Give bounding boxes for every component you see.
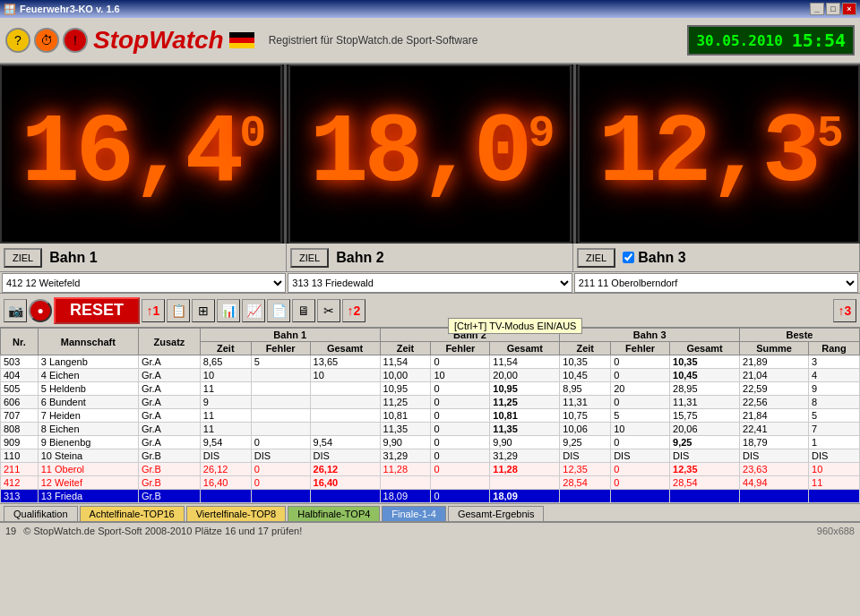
scissors-icon[interactable]: ✂	[317, 299, 340, 322]
close-button[interactable]: ×	[842, 3, 856, 15]
table-cell: DIS	[200, 449, 251, 463]
table-cell	[251, 382, 310, 396]
score-panel-bahn2: 18,09	[288, 64, 571, 244]
table-row[interactable]: 8088 EichenGr.A1111,35011,3510,061020,06…	[1, 423, 860, 436]
table-cell	[431, 476, 490, 490]
table-cell	[251, 396, 310, 409]
table-cell: 9	[200, 396, 251, 409]
col-header-beste: Beste	[740, 329, 860, 342]
table-cell: 5	[611, 409, 670, 423]
table-cell: 12,35	[560, 463, 611, 476]
table-cell: Gr.A	[138, 436, 200, 449]
table-row[interactable]: 21111 OberolGr.B26,12026,1211,28011,2812…	[1, 463, 860, 476]
tab-achtelfinale[interactable]: Achtelfinale-TOP16	[80, 506, 185, 521]
table-cell: 0	[611, 463, 670, 476]
ziel-button-1[interactable]: ZIEL	[4, 248, 42, 268]
table-cell	[310, 490, 380, 503]
doc-icon[interactable]: 📄	[267, 299, 290, 322]
table-cell: 606	[1, 396, 39, 409]
table-row[interactable]: 11010 SteinaGr.BDISDISDIS31,29031,29DISD…	[1, 449, 860, 463]
table-row[interactable]: 5033 LangenbGr.A8,65513,6511,54011,5410,…	[1, 355, 860, 369]
table-cell: 0	[431, 396, 490, 409]
table-row[interactable]: 41212 WeitefGr.B16,40016,4028,54028,5444…	[1, 476, 860, 490]
help-icon[interactable]: ?	[5, 28, 30, 53]
tab-viertelfinale[interactable]: Viertelfinale-TOP8	[186, 506, 286, 521]
table-cell: 22,41	[740, 423, 809, 436]
table-cell: 11,35	[380, 423, 431, 436]
table-cell: 0	[251, 463, 310, 476]
table-cell	[251, 409, 310, 423]
table-cell: 412	[1, 476, 39, 490]
photo-icon[interactable]: 📷	[4, 299, 27, 322]
warning-icon[interactable]: !	[63, 28, 88, 53]
table-row[interactable]: 4044 EichenGr.A101010,001020,0010,45010,…	[1, 369, 860, 382]
status-left: 19	[5, 526, 16, 536]
table-cell: Gr.A	[138, 369, 200, 382]
table-cell	[310, 409, 380, 423]
table-cell: 13 Frieda	[38, 490, 138, 503]
table-cell: 6 Bundent	[38, 396, 138, 409]
table-cell: 211	[1, 463, 39, 476]
clock-icon[interactable]: ⏱	[34, 28, 59, 53]
table-cell: Gr.B	[138, 476, 200, 490]
ziel-button-3[interactable]: ZIEL	[577, 248, 615, 268]
table-cell	[380, 476, 431, 490]
bahn1-dropdown[interactable]: 412 12 Weitefeld	[2, 273, 286, 293]
table-cell: 707	[1, 409, 39, 423]
tabs-bar: Qualifikation Achtelfinale-TOP16 Viertel…	[0, 503, 860, 521]
table-row[interactable]: 9099 BienenbgGr.A9,5409,549,9009,909,250…	[1, 436, 860, 449]
bahn3-dropdown[interactable]: 211 11 Oberolberndorf	[574, 273, 858, 293]
grid-icon[interactable]: ⊞	[192, 299, 215, 322]
table-icon[interactable]: 📊	[217, 299, 240, 322]
table-cell: 10	[431, 369, 490, 382]
score-panel-bahn1: 16,40	[0, 64, 282, 244]
score-bahn2: 18,09	[309, 105, 550, 203]
col-header-nr: Nr.	[1, 329, 39, 355]
table-cell: 11,54	[490, 355, 560, 369]
table-cell: 12 Weitef	[38, 476, 138, 490]
arrow-up-2-icon[interactable]: ↑2	[342, 299, 366, 322]
col-gesamt-1: Gesamt	[310, 342, 380, 355]
tab-gesamt[interactable]: Gesamt-Ergebnis	[448, 506, 545, 521]
minimize-button[interactable]: _	[810, 3, 824, 15]
table-cell: 10	[809, 463, 860, 476]
table-row[interactable]: 31313 FriedaGr.B18,09018,09	[1, 490, 860, 503]
table-cell: DIS	[670, 449, 740, 463]
tab-finale[interactable]: Finale-1-4	[382, 506, 446, 521]
arrow-up-3-icon[interactable]: ↑3	[833, 299, 856, 322]
arrow-up-1-icon[interactable]: ↑1	[142, 299, 165, 322]
table-cell: 404	[1, 369, 39, 382]
maximize-button[interactable]: □	[826, 3, 840, 15]
stop-icon[interactable]: ●	[29, 299, 52, 322]
col-zeit-3: Zeit	[560, 342, 611, 355]
table-cell: 10,95	[380, 382, 431, 396]
bahn2-dropdown[interactable]: 313 13 Friedewald	[288, 273, 572, 293]
bahn1-name: Bahn 1	[49, 250, 97, 266]
table-cell: Gr.B	[138, 449, 200, 463]
bahn3-checkbox[interactable]	[623, 252, 634, 263]
table-cell: 8,95	[560, 382, 611, 396]
table-cell: 21,89	[740, 355, 809, 369]
chart-icon[interactable]: 📈	[242, 299, 265, 322]
table-row[interactable]: 5055 HeldenbGr.A1110,95010,958,952028,95…	[1, 382, 860, 396]
svg-rect-2	[229, 43, 254, 48]
toolbar: 📷 ● RESET ↑1 📋 ⊞ 📊 📈 📄 🖥 ✂ ↑2 ↑3	[0, 294, 860, 328]
table-cell	[310, 423, 380, 436]
ziel-button-2[interactable]: ZIEL	[290, 248, 329, 268]
table-cell	[560, 490, 611, 503]
monitor-icon[interactable]: 🖥	[292, 299, 315, 322]
table-cell: 12,35	[670, 463, 740, 476]
table-cell	[740, 490, 809, 503]
tab-halbfinale[interactable]: Halbfinale-TOP4	[288, 506, 380, 521]
table-cell: 0	[431, 449, 490, 463]
reset-button[interactable]: RESET	[54, 297, 140, 324]
table-cell: 10,35	[670, 355, 740, 369]
table-cell: 9,54	[310, 436, 380, 449]
table-row[interactable]: 6066 BundentGr.A911,25011,2511,31011,312…	[1, 396, 860, 409]
table-row[interactable]: 7077 HeidenGr.A1110,81010,8110,75515,752…	[1, 409, 860, 423]
table-cell: 10 Steina	[38, 449, 138, 463]
tab-qualifikation[interactable]: Qualifikation	[4, 506, 78, 521]
list-icon[interactable]: 📋	[167, 299, 190, 322]
svg-rect-1	[229, 38, 254, 43]
svg-rect-0	[229, 32, 254, 38]
